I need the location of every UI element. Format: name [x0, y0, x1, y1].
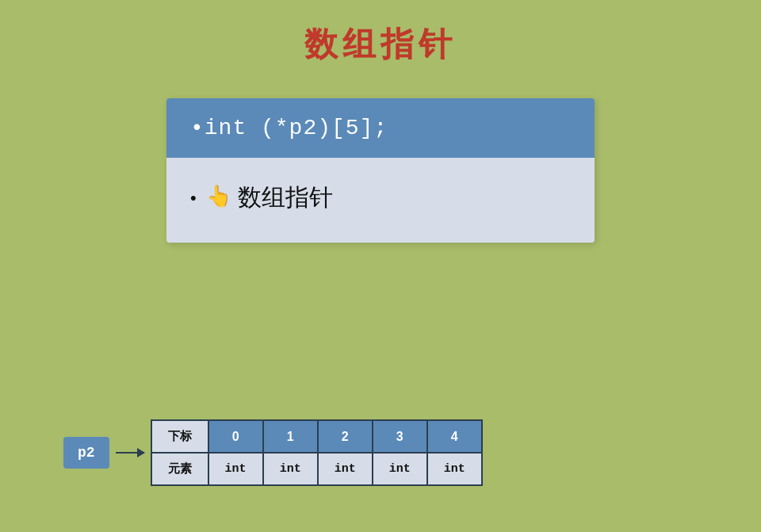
- element-2: int: [318, 453, 373, 485]
- content-card: •int (*p2)[5]; • 👆 数组指针: [166, 98, 595, 243]
- element-row: 元素 int int int int int: [151, 453, 482, 485]
- element-label: 元素: [151, 453, 208, 485]
- card-header: •int (*p2)[5];: [166, 98, 595, 158]
- card-body-text: 数组指针: [238, 182, 333, 214]
- element-1: int: [263, 453, 318, 485]
- page-title: 数组指针: [0, 0, 761, 67]
- element-3: int: [373, 453, 427, 485]
- card-body: • 👆 数组指针: [166, 158, 595, 243]
- p2-label: p2: [63, 437, 109, 469]
- table-header-row: 下标 0 1 2 3 4: [151, 420, 482, 453]
- hand-icon: 👆: [206, 184, 231, 209]
- bullet-point: •: [190, 188, 197, 209]
- col-0-header: 0: [208, 420, 263, 453]
- array-table: 下标 0 1 2 3 4 元素 int int int int int: [151, 419, 483, 486]
- element-4: int: [427, 453, 482, 485]
- col-1-header: 1: [263, 420, 318, 453]
- col-2-header: 2: [318, 420, 373, 453]
- col-3-header: 3: [373, 420, 427, 453]
- col-4-header: 4: [427, 420, 482, 453]
- element-0: int: [208, 453, 263, 485]
- arrow-icon: [116, 452, 144, 454]
- subscript-header: 下标: [151, 420, 208, 453]
- array-diagram: p2 下标 0 1 2 3 4 元素 int int int int int: [63, 419, 483, 486]
